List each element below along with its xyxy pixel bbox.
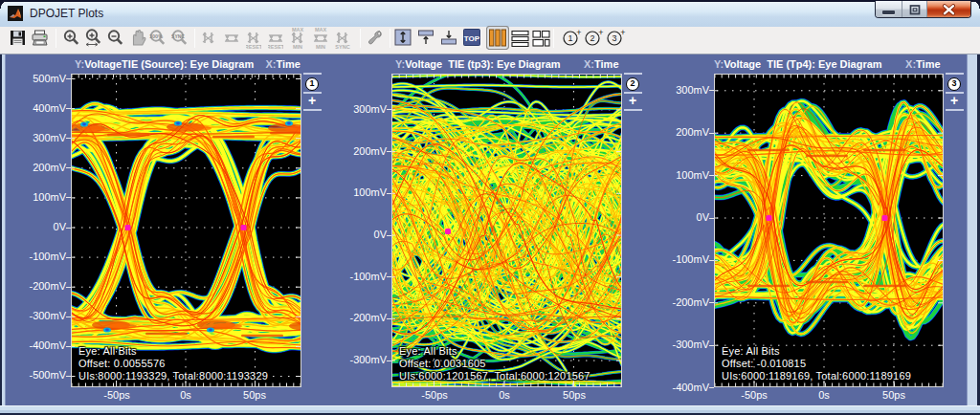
- svg-text:+: +: [576, 29, 581, 37]
- svg-text:100%: 100%: [149, 33, 163, 39]
- svg-text:2: 2: [590, 33, 594, 43]
- svg-text:SYNC: SYNC: [171, 33, 185, 39]
- svg-text:RESET: RESET: [246, 44, 261, 50]
- svg-text:3: 3: [612, 33, 616, 43]
- svg-text:MIN: MIN: [293, 44, 302, 50]
- svg-text:MIN: MIN: [316, 44, 325, 50]
- svg-text:TOP: TOP: [464, 34, 480, 43]
- svg-text:+: +: [598, 29, 603, 37]
- svg-text:1: 1: [568, 33, 572, 43]
- svg-text:+: +: [620, 29, 625, 37]
- svg-text:RESET: RESET: [268, 44, 283, 50]
- svg-text:SYNC: SYNC: [335, 44, 349, 50]
